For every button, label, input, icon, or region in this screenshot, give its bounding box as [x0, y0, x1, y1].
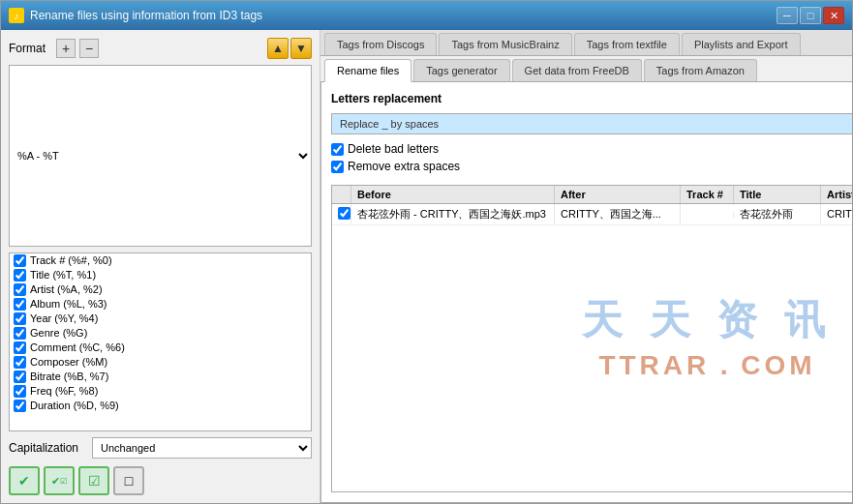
checklist-item: Artist (%A, %2) [10, 282, 311, 297]
nav-arrows: ▲ ▼ [267, 38, 312, 59]
tab-content-rename: Letters replacement Replace _ by spacesR… [320, 82, 852, 503]
remove-extra-spaces-checkbox[interactable] [331, 161, 344, 173]
file-list-body: 杏花弦外雨 - CRITTY、西国之海妖.mp3CRITTY、西国之海...杏花… [332, 204, 852, 491]
window-title: Rename files using information from ID3 … [30, 9, 262, 22]
checklist-label: Bitrate (%B, %7) [30, 371, 108, 382]
remove-extra-spaces-row: Remove extra spaces [331, 160, 852, 173]
checklist-checkbox[interactable] [14, 400, 26, 412]
title-bar-left: ♪ Rename files using information from ID… [9, 8, 262, 23]
check-box-button[interactable]: ☑ [78, 466, 109, 495]
clear-box-button[interactable]: □ [113, 466, 144, 495]
window-controls: ─ □ ✕ [777, 7, 844, 24]
replacement-select[interactable]: Replace _ by spacesReplace spaces by _No… [331, 113, 852, 134]
header-checkbox [332, 186, 351, 203]
checklist-label: Comment (%C, %6) [30, 341, 125, 353]
checklist-checkbox[interactable] [14, 341, 26, 354]
format-label: Format [9, 42, 52, 55]
left-panel: Format + − ▲ ▼ %A - %T Track # (%#, %0)T… [1, 30, 320, 503]
cell-after: CRITTY、西国之海... [555, 204, 681, 224]
letters-replacement-title: Letters replacement [331, 92, 852, 105]
tab-get-data-from-freedb[interactable]: Get data from FreeDB [512, 59, 642, 81]
checklist-checkbox[interactable] [14, 327, 26, 340]
checklist-label: Freq (%F, %8) [30, 385, 98, 397]
file-list-wrapper: Before After Track # Title Artist Album … [331, 185, 852, 492]
main-content: Format + − ▲ ▼ %A - %T Track # (%#, %0)T… [1, 30, 852, 503]
delete-bad-letters-row: Delete bad letters [331, 142, 852, 156]
tab-tags-generator[interactable]: Tags generator [413, 59, 509, 81]
tab-playlists-and-export[interactable]: Playlists and Export [682, 33, 801, 55]
checklist-checkbox[interactable] [14, 312, 26, 325]
checklist-item: Genre (%G) [10, 326, 311, 341]
maximize-button[interactable]: □ [800, 7, 821, 24]
table-row[interactable]: 杏花弦外雨 - CRITTY、西国之海妖.mp3CRITTY、西国之海...杏花… [332, 204, 852, 225]
checklist-checkbox[interactable] [14, 371, 26, 383]
cap-row: Capitalization UnchangedFirst letterAll … [9, 437, 312, 459]
close-button[interactable]: ✕ [823, 7, 844, 24]
checklist-label: Title (%T, %1) [30, 269, 96, 281]
checklist-item: Album (%L, %3) [10, 297, 311, 311]
app-icon: ♪ [9, 8, 24, 23]
format-row: Format + − ▲ ▼ [9, 38, 312, 59]
checklist-item: Comment (%C, %6) [10, 341, 311, 355]
checklist-item: Track # (%#, %0) [10, 253, 311, 268]
header-title: Title [734, 186, 821, 203]
checklist-label: Artist (%A, %2) [30, 283, 103, 295]
checklist-label: Composer (%M) [30, 356, 107, 368]
checklist-checkbox[interactable] [14, 254, 26, 267]
nav-down-button[interactable]: ▼ [290, 38, 312, 59]
cell-artist: CRITTY、西国之海妖 [821, 204, 852, 224]
right-panel: Tags from DiscogsTags from MusicBrainzTa… [320, 30, 852, 503]
checklist-item: Duration (%D, %9) [10, 399, 311, 413]
checklist-label: Track # (%#, %0) [30, 254, 112, 266]
checklist-item: Composer (%M) [10, 355, 311, 370]
checklist-checkbox[interactable] [14, 283, 26, 296]
remove-extra-spaces-label: Remove extra spaces [348, 160, 460, 173]
checklist-checkbox[interactable] [14, 269, 26, 282]
cell-title: 杏花弦外雨 [734, 204, 821, 224]
checklist-item: Freq (%F, %8) [10, 384, 311, 399]
tabs-row-1: Tags from DiscogsTags from MusicBrainzTa… [320, 30, 852, 56]
tab-tags-from-textfile[interactable]: Tags from textfile [574, 33, 680, 55]
delete-bad-letters-checkbox[interactable] [331, 143, 344, 156]
checklist-checkbox[interactable] [14, 298, 26, 311]
checklist-checkbox[interactable] [14, 385, 26, 398]
minimize-button[interactable]: ─ [777, 7, 798, 24]
tabs-row-2: Rename filesTags generatorGet data from … [320, 56, 852, 82]
file-list-header: Before After Track # Title Artist Album … [332, 186, 852, 204]
check-all-button[interactable]: ✔ [9, 466, 40, 495]
checklist-item: Title (%T, %1) [10, 268, 311, 282]
remove-format-button[interactable]: − [79, 39, 99, 58]
nav-up-button[interactable]: ▲ [267, 38, 289, 59]
tab-tags-from-discogs[interactable]: Tags from Discogs [324, 33, 437, 55]
main-window: ♪ Rename files using information from ID… [0, 0, 853, 504]
checklist-label: Album (%L, %3) [30, 298, 107, 310]
checklist-item: Year (%Y, %4) [10, 311, 311, 326]
header-after: After [555, 186, 681, 203]
checklist-item: Bitrate (%B, %7) [10, 370, 311, 384]
checklist-checkbox[interactable] [14, 356, 26, 369]
row-checkbox[interactable] [338, 207, 350, 220]
row-checkbox-cell [332, 204, 351, 224]
checklist-label: Year (%Y, %4) [30, 312, 98, 324]
cell-track [681, 212, 734, 218]
check-marked-button[interactable]: ✔☑ [44, 466, 75, 495]
cap-select[interactable]: UnchangedFirst letterAll capsAll lowerca… [92, 437, 312, 459]
cap-label: Capitalization [9, 441, 86, 455]
tab-tags-from-amazon[interactable]: Tags from Amazon [644, 59, 757, 81]
file-list-area: Before After Track # Title Artist Album … [331, 185, 852, 492]
format-checklist: Track # (%#, %0)Title (%T, %1)Artist (%A… [9, 252, 312, 432]
tab-tags-from-musicbrainz[interactable]: Tags from MusicBrainz [439, 33, 571, 55]
tab-rename-files[interactable]: Rename files [324, 59, 411, 82]
title-bar: ♪ Rename files using information from ID… [1, 1, 852, 30]
checklist-label: Genre (%G) [30, 327, 87, 339]
header-track: Track # [681, 186, 734, 203]
bottom-action-buttons: ✔ ✔☑ ☑ □ [9, 466, 312, 495]
header-before: Before [351, 186, 555, 203]
header-artist: Artist [821, 186, 852, 203]
format-select[interactable]: %A - %T [9, 65, 312, 247]
replacement-row: Replace _ by spacesReplace spaces by _No… [331, 113, 852, 134]
checklist-label: Duration (%D, %9) [30, 400, 119, 411]
add-format-button[interactable]: + [56, 39, 76, 58]
cell-before: 杏花弦外雨 - CRITTY、西国之海妖.mp3 [351, 204, 555, 224]
delete-bad-letters-label: Delete bad letters [348, 142, 439, 156]
